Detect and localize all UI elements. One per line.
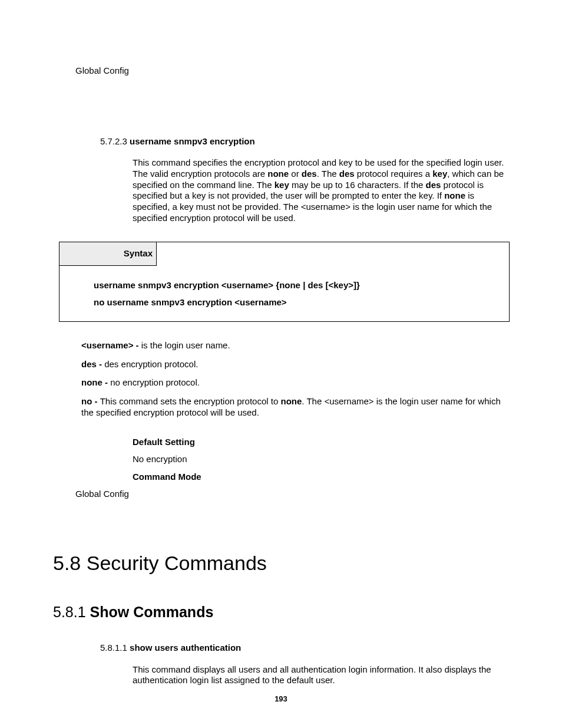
heading-58-title: Security Commands: [87, 552, 267, 574]
param-none-label: none -: [81, 377, 110, 387]
param-des-label: des -: [81, 359, 104, 369]
text-fragment: . The: [317, 169, 339, 179]
param-des-text: des encryption protocol.: [104, 359, 198, 369]
heading-5811: 5.8.1.1 show users authentication: [100, 642, 509, 654]
default-setting-label: Default Setting: [133, 436, 509, 448]
syntax-line-2: no username snmpv3 encryption <username>: [94, 294, 503, 311]
param-no: no - This command sets the encryption pr…: [81, 396, 509, 419]
context-label-top: Global Config: [75, 65, 509, 77]
bold-none: none: [444, 190, 465, 200]
param-username: <username> - is the login user name.: [81, 340, 509, 351]
text-fragment: may be up to 16 characters. If the: [289, 180, 426, 190]
param-username-text: is the login user name.: [141, 340, 230, 350]
default-setting-value: No encryption: [133, 453, 509, 465]
param-no-text-a: This command sets the encryption protoco…: [100, 396, 281, 406]
heading-581: 5.8.1 Show Commands: [53, 602, 509, 622]
param-none: none - no encryption protocol.: [81, 377, 509, 388]
param-no-label: no -: [81, 396, 100, 406]
text-fragment: protocol requires a: [355, 169, 433, 179]
param-none-text: no encryption protocol.: [110, 377, 200, 387]
command-mode-label: Command Mode: [133, 471, 509, 483]
command-mode-value: Global Config: [75, 488, 509, 500]
syntax-line-1: username snmpv3 encryption <username> {n…: [94, 276, 503, 294]
bold-key: key: [432, 169, 447, 179]
param-username-label: <username> -: [81, 340, 141, 350]
param-des: des - des encryption protocol.: [81, 358, 509, 370]
syntax-box: Syntax username snmpv3 encryption <usern…: [59, 242, 510, 322]
heading-581-num: 5.8.1: [53, 604, 86, 620]
bold-des: des: [302, 169, 317, 179]
text-fragment: or: [289, 169, 302, 179]
bold-des: des: [339, 169, 355, 179]
param-no-bold: none: [280, 396, 302, 406]
para-5811-description: This command displays all users and all …: [133, 664, 509, 687]
heading-5811-title: show users authentication: [130, 643, 241, 653]
heading-5811-num: 5.8.1.1: [100, 643, 127, 653]
heading-58: 5.8 Security Commands: [53, 550, 509, 576]
syntax-body: username snmpv3 encryption <username> {n…: [59, 266, 509, 322]
bold-key: key: [275, 180, 289, 190]
heading-581-title: Show Commands: [90, 604, 214, 620]
heading-5723-title: username snmpv3 encryption: [130, 136, 255, 146]
bold-none: none: [267, 169, 289, 179]
syntax-label: Syntax: [59, 242, 157, 266]
para-5723-description: This command specifies the encryption pr…: [133, 157, 509, 224]
page-number: 193: [0, 694, 562, 704]
bold-des: des: [426, 180, 441, 190]
heading-5723: 5.7.2.3 username snmpv3 encryption: [100, 136, 509, 147]
heading-5723-num: 5.7.2.3: [100, 136, 127, 146]
heading-58-num: 5.8: [53, 552, 81, 574]
